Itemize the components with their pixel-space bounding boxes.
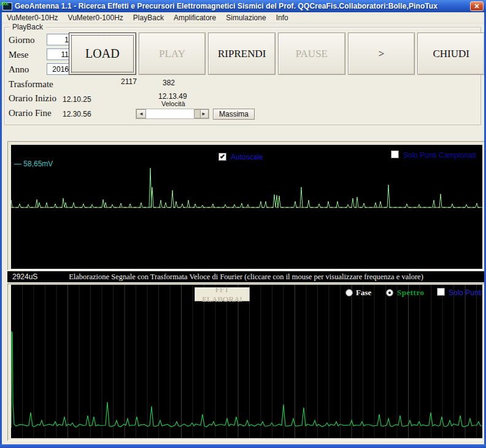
menu-info[interactable]: Info bbox=[271, 13, 293, 23]
solo-punti-campionati-label: Solo Punti Campionati bbox=[403, 151, 476, 160]
giorno-label: Giorno bbox=[9, 35, 35, 45]
menu-amplificatore[interactable]: Amplificatore bbox=[169, 13, 221, 23]
chiudi-button[interactable]: CHIUDI bbox=[417, 33, 485, 75]
window-border-bottom bbox=[0, 444, 486, 448]
orario-fine-value: 12.30.56 bbox=[63, 110, 91, 118]
solo-punti-checkbox[interactable] bbox=[437, 288, 445, 296]
menu-vumeter-0-10hz[interactable]: VuMeter0-10Hz bbox=[2, 13, 63, 23]
orario-inizio-label: Orario Inizio bbox=[9, 93, 56, 104]
orario-inizio-value: 12.10.25 bbox=[63, 95, 91, 104]
mese-label: Mese bbox=[9, 50, 29, 60]
autoscale-checkbox[interactable]: ✔ bbox=[218, 153, 226, 161]
solo-punti-label: Solo Punti bbox=[449, 288, 482, 297]
fft-chart-panel: FFT ELABORA! Fase Spettro Solo Punti bbox=[7, 284, 485, 441]
fase-radio[interactable] bbox=[345, 289, 353, 296]
pause-button[interactable]: PAUSE bbox=[278, 33, 345, 75]
solo-punti-campionati-checkbox[interactable] bbox=[391, 150, 399, 158]
riprendi-button[interactable]: RIPRENDI bbox=[208, 33, 276, 75]
spettro-label: Spettro bbox=[397, 288, 424, 298]
trasformate-label: Trasformate bbox=[9, 79, 53, 90]
load-button[interactable]: LOAD bbox=[69, 33, 136, 75]
autoscale-label: Autoscale bbox=[231, 153, 263, 161]
signal-chart-area[interactable]: ✔ Autoscale Solo Punti Campionati — 58,6… bbox=[11, 145, 482, 269]
spettro-radio[interactable] bbox=[386, 289, 393, 296]
playback-group-label: PlayBack bbox=[10, 23, 45, 31]
app-window: GeoAntenna 1.1 - Ricerca Effetti e Precu… bbox=[0, 0, 486, 448]
anno-input[interactable] bbox=[47, 63, 71, 75]
fase-label: Fase bbox=[356, 288, 371, 298]
scroll-left-arrow-icon[interactable]: ◄ bbox=[136, 109, 146, 118]
waveform-icon bbox=[0, 0, 9, 7]
menu-bar: VuMeter0-10Hz VuMeter0-100Hz PlayBack Am… bbox=[2, 12, 484, 23]
fft-elabora-button[interactable]: FFT ELABORA! bbox=[195, 287, 250, 301]
trasformate-current-value: 382 bbox=[163, 79, 175, 87]
menu-playback[interactable]: PlayBack bbox=[128, 13, 169, 23]
anno-label: Anno bbox=[9, 64, 29, 75]
app-icon bbox=[2, 2, 12, 10]
velocita-scrollbar: ◄ ► bbox=[136, 109, 209, 119]
velocita-label: Velocità bbox=[161, 100, 185, 107]
signal-chart-panel: ✔ Autoscale Solo Punti Campionati — 58,6… bbox=[7, 141, 485, 270]
fft-spectrum-plot[interactable] bbox=[11, 285, 482, 438]
orario-fine-label: Orario Fine bbox=[9, 108, 52, 118]
window-title: GeoAntenna 1.1 - Ricerca Effetti e Precu… bbox=[15, 2, 438, 10]
amplitude-scale-label: — 58,65mV bbox=[14, 160, 53, 168]
menu-simulazione[interactable]: Simulazione bbox=[221, 13, 271, 23]
close-button[interactable]: ✕ bbox=[470, 1, 484, 11]
trasformate-total-value: 2117 bbox=[121, 77, 137, 86]
playback-buttons-row: LOAD PLAY RIPRENDI PAUSE > CHIUDI bbox=[69, 33, 485, 75]
play-button[interactable]: PLAY bbox=[139, 33, 206, 75]
orario-corrente-value: 12.13.49 bbox=[158, 92, 187, 101]
menu-vumeter-0-100hz[interactable]: VuMeter0-100Hz bbox=[63, 13, 128, 23]
massima-button[interactable]: Massima bbox=[213, 109, 255, 120]
giorno-input[interactable] bbox=[47, 34, 71, 45]
window-border-left bbox=[0, 12, 2, 448]
mese-input[interactable] bbox=[47, 48, 71, 60]
fft-description-text: Elaborazione Segnale con Trasformata Vel… bbox=[7, 272, 485, 282]
title-bar: GeoAntenna 1.1 - Ricerca Effetti e Precu… bbox=[0, 0, 486, 12]
velocita-scrollbar-thumb[interactable] bbox=[194, 109, 201, 118]
sample-time-label: 2924uS bbox=[12, 272, 37, 281]
step-forward-button[interactable]: > bbox=[348, 33, 415, 75]
signal-waveform-plot[interactable] bbox=[11, 145, 482, 269]
fft-chart-area[interactable]: FFT ELABORA! Fase Spettro Solo Punti bbox=[11, 285, 482, 438]
divider-strip: Elaborazione Segnale con Trasformata Vel… bbox=[7, 270, 485, 283]
velocita-scrollbar-track[interactable] bbox=[146, 109, 199, 118]
